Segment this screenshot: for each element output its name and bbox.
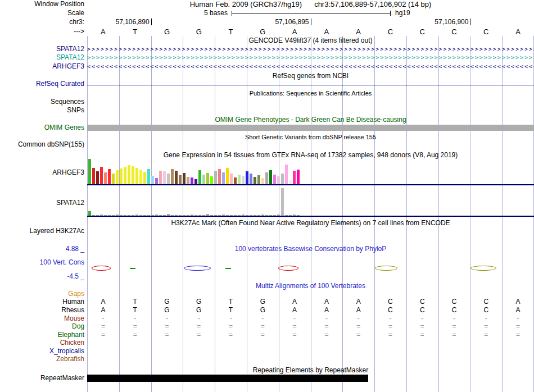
gtex-expression-bar[interactable]: [242, 176, 245, 184]
gtex-expression-bar[interactable]: [250, 174, 252, 184]
species-label[interactable]: Dog: [0, 323, 84, 330]
gtex-expression-bar[interactable]: [269, 170, 272, 184]
gtex-barchart-arhgef3[interactable]: [87, 158, 534, 184]
species-label[interactable]: Zebrafish: [0, 355, 84, 363]
base-letter: G: [183, 28, 215, 36]
gtex-expression-bar[interactable]: [143, 172, 146, 184]
repeatmasker-track-label[interactable]: RepeatMasker: [0, 375, 84, 382]
refseq-gene-line[interactable]: [87, 85, 534, 85]
gtex-expression-bar[interactable]: [293, 171, 296, 184]
publications-sequences-label[interactable]: Sequences: [0, 98, 84, 106]
species-label[interactable]: Chicken: [0, 339, 84, 347]
gtex-expression-bar[interactable]: [175, 171, 178, 184]
alignment-cell: =: [119, 331, 151, 339]
gtex-expression-bar[interactable]: [234, 177, 237, 184]
gtex-expression-bar[interactable]: [139, 170, 142, 184]
conservation-track-label[interactable]: 100 Vert. Cons: [0, 259, 84, 266]
conservation-max-value: 4.88 _: [0, 245, 84, 253]
track-display-area[interactable]: Human Feb. 2009 (GRCh37/hg19)chr3:57,106…: [87, 0, 534, 392]
base-letter: A: [87, 28, 119, 36]
gencode-gene-label-arhgef3[interactable]: ARHGEF3: [0, 63, 84, 70]
gtex-expression-bar[interactable]: [289, 180, 292, 184]
species-label[interactable]: Gaps: [0, 290, 84, 298]
gtex-expression-bar[interactable]: [257, 175, 260, 184]
gtex-expression-bar[interactable]: [254, 177, 256, 184]
alignment-cell: -: [215, 315, 247, 322]
gtex-expression-bar[interactable]: [187, 177, 189, 184]
gtex-expression-bar[interactable]: [132, 166, 134, 184]
omim-genes-label[interactable]: OMIM Genes: [0, 124, 84, 131]
gtex-expression-bar[interactable]: [163, 171, 166, 184]
gtex-expression-bar[interactable]: [167, 174, 170, 184]
alignment-cell: -: [374, 315, 406, 322]
gene-transcript-arhgef3[interactable]: <<<<<<<<<<<<<<<<<<<<<<<<<<<<<<<<<<<<<<<<…: [87, 63, 534, 70]
gtex-expression-bar[interactable]: [273, 175, 276, 184]
gtex-expression-bar[interactable]: [151, 176, 154, 184]
species-label[interactable]: Mouse: [0, 315, 84, 322]
gtex-expression-bar[interactable]: [281, 174, 284, 184]
gtex-expression-bar[interactable]: [96, 171, 99, 184]
gtex-expression-bar[interactable]: [116, 170, 119, 184]
gtex-expression-bar[interactable]: [246, 171, 248, 184]
gtex-expression-bar[interactable]: [159, 171, 162, 184]
gtex-expression-bar[interactable]: [214, 171, 217, 184]
gtex-expression-bar[interactable]: [277, 176, 280, 184]
species-label[interactable]: Elephant: [0, 331, 84, 339]
gtex-expression-bar[interactable]: [88, 159, 91, 184]
gtex-expression-bar[interactable]: [147, 169, 150, 184]
species-label[interactable]: Rhesus: [0, 307, 84, 314]
gtex-expression-bar[interactable]: [265, 172, 268, 184]
gtex-expression-bar[interactable]: [120, 168, 123, 184]
gtex-expression-bar[interactable]: [285, 165, 288, 184]
gtex-expression-bar[interactable]: [297, 170, 300, 184]
refseq-curated-label[interactable]: RefSeq Curated: [0, 80, 84, 88]
gtex-gene-label-spata12[interactable]: SPATA12: [0, 199, 84, 207]
alignment-cell: =: [311, 331, 343, 339]
gtex-expression-bar[interactable]: [222, 172, 225, 184]
gtex-expression-bar[interactable]: [124, 167, 126, 184]
dbsnp-track-label[interactable]: Common dbSNP(155): [0, 141, 84, 148]
gencode-gene-label-spata12[interactable]: SPATA12: [0, 45, 84, 53]
gtex-expression-bar[interactable]: [104, 172, 107, 184]
gtex-expression-bar[interactable]: [183, 173, 185, 184]
gtex-expression-bar[interactable]: [210, 176, 213, 184]
gene-transcript-spata12-alt[interactable]: >>>>>>>>>>>>>>>>>>>>>>>>>>>>>>>>>>>>>>>>…: [87, 54, 534, 61]
gtex-barchart-spata12[interactable]: [87, 188, 534, 216]
gtex-expression-bar[interactable]: [198, 170, 201, 184]
alignment-cell: G: [183, 298, 215, 306]
gtex-expression-bar[interactable]: [230, 174, 233, 184]
gtex-expression-bar[interactable]: [92, 168, 95, 184]
alignment-cell: =: [183, 323, 215, 330]
omim-gene-bar[interactable]: [87, 125, 534, 131]
gtex-expression-bar[interactable]: [179, 175, 182, 184]
gtex-expression-bar[interactable]: [194, 179, 197, 184]
gtex-expression-bar[interactable]: [135, 168, 138, 184]
gtex-expression-bar[interactable]: [218, 169, 221, 184]
gtex-expression-bar[interactable]: [202, 175, 205, 184]
species-label[interactable]: X_tropicalis: [0, 348, 84, 355]
gtex-expression-bar[interactable]: [88, 211, 91, 216]
gtex-expression-bar[interactable]: [100, 167, 103, 184]
gtex-expression-bar[interactable]: [191, 177, 193, 184]
gtex-expression-bar[interactable]: [128, 165, 130, 184]
gtex-expression-bar[interactable]: [112, 174, 115, 184]
repeatmasker-element-bar[interactable]: [87, 375, 368, 382]
gtex-expression-bar[interactable]: [238, 175, 241, 184]
gtex-expression-bar[interactable]: [226, 168, 229, 184]
gtex-gene-label-arhgef3[interactable]: ARHGEF3: [0, 169, 84, 176]
gene-transcript-spata12[interactable]: >>>>>>>>>>>>>>>>>>>>>>>>>>>>>>>>>>>>>>>>…: [87, 46, 534, 53]
gencode-gene-label-spata12-alt[interactable]: SPATA12: [0, 54, 84, 61]
gtex-expression-bar[interactable]: [261, 178, 264, 184]
publications-snps-label[interactable]: SNPs: [0, 107, 84, 114]
gtex-expression-bar[interactable]: [155, 178, 158, 184]
h3k27ac-track-label[interactable]: Layered H3K27Ac: [0, 227, 84, 235]
phylop-signal[interactable]: [87, 263, 534, 275]
gtex-expression-bar[interactable]: [281, 188, 284, 216]
species-label[interactable]: Human: [0, 298, 84, 306]
alignment-cell: A: [279, 298, 311, 306]
gtex-expression-bar[interactable]: [108, 169, 111, 184]
gtex-expression-bar[interactable]: [171, 169, 174, 184]
base-letter: T: [119, 28, 151, 36]
gtex-expression-bar[interactable]: [206, 173, 209, 184]
alignment-cell: A: [502, 298, 534, 306]
